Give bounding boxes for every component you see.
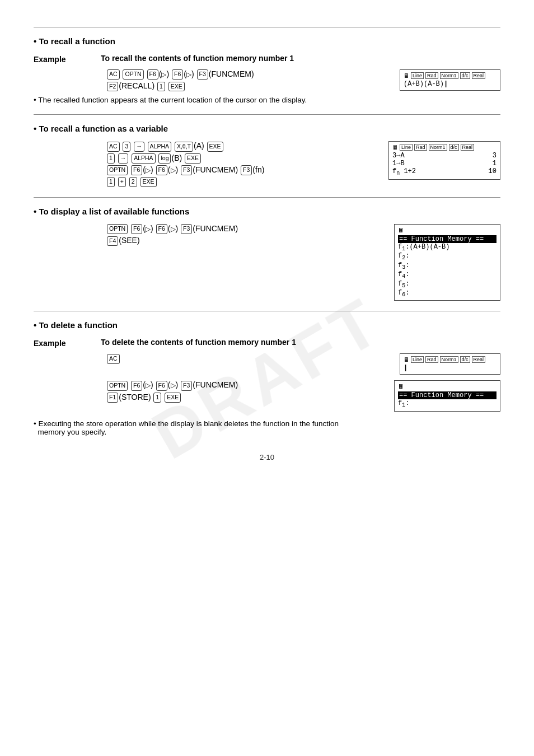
key-f1-store: F1 <box>107 393 118 403</box>
key-f6-d2: F6 <box>156 381 167 391</box>
key-f3-l: F3 <box>181 224 192 234</box>
rule-4 <box>34 311 500 311</box>
keyseq-line-1: AC OPTN F6(▷) F6(▷) F3(FUNCMEM) <box>106 69 386 80</box>
func-mem-line-2: f2: <box>398 252 496 261</box>
section-delete-function: • To delete a function Example To delete… <box>34 320 500 436</box>
keyseq-variable: AC 3 → ALPHA X,θ,T(A) EXE 1 → ALPHA log(… <box>106 141 375 187</box>
key-optn: OPTN <box>123 69 143 80</box>
top-rule <box>34 27 500 27</box>
key-optn-d: OPTN <box>107 381 128 391</box>
screen-icon-d2: 🖩 <box>398 383 404 390</box>
screen-line-v2: 1→B 1 <box>392 160 496 167</box>
screen-line-recall-1: (A+B)(A-B) <box>404 80 496 88</box>
screen-icon-v: 🖩 <box>392 144 398 151</box>
screen-line-v1: 3→A 3 <box>392 152 496 160</box>
rule-3 <box>34 197 500 198</box>
screen-line-v3: fn 1+2 10 <box>392 167 496 176</box>
key-plus: + <box>118 177 126 187</box>
section-display-list-title: • To display a list of available functio… <box>34 207 500 216</box>
key-exe-d: EXE <box>165 393 181 403</box>
func-mem-f1-delete: f1: <box>398 399 496 408</box>
key-f6-l1: F6 <box>131 224 142 234</box>
section-recall-variable: • To recall a function as a variable AC … <box>34 124 500 187</box>
screen-header-variable: 🖩 Line Rad Norm1 d/c Real <box>392 144 496 151</box>
key-1-v2: 1 <box>107 177 115 187</box>
key-exe-1: EXE <box>207 142 223 152</box>
section-delete-title: • To delete a function <box>34 320 500 330</box>
keyseq-delete-2-line-2: F1(STORE) 1 EXE <box>106 393 381 403</box>
keyseq-screen-list: OPTN F6(▷) F6(▷) F3(FUNCMEM) F4(SEE) 🖩 =… <box>106 224 500 301</box>
screen-icon-l: 🖩 <box>398 227 404 234</box>
screen-header-delete: 🖩 Line Rad Norm1 d/c Real <box>404 356 496 363</box>
screen-tag-line-d: Line <box>411 356 424 363</box>
screen-cursor-delete <box>404 364 407 372</box>
func-mem-title-delete: == Function Memory == <box>398 391 496 399</box>
screen-text-recall: (A+B)(A-B) <box>404 80 496 88</box>
example-desc-recall: To recall the contents of function memor… <box>101 54 500 63</box>
keyseq-list-line-1: OPTN F6(▷) F6(▷) F3(FUNCMEM) <box>106 224 381 234</box>
key-f2-recall: F2 <box>107 82 118 92</box>
screen-tag-norm1-v: Norm1 <box>429 144 447 151</box>
func-mem-line-1: f1:(A+B)(A-B) <box>398 243 496 252</box>
key-f6-l2: F6 <box>156 224 167 234</box>
screen-header-recall: 🖩 Line Rad Norm1 d/c Real <box>404 72 496 79</box>
keyseq-delete-2: OPTN F6(▷) F6(▷) F3(FUNCMEM) F1(STORE) 1… <box>106 380 381 402</box>
keyseq-screen-delete-2: OPTN F6(▷) F6(▷) F3(FUNCMEM) F1(STORE) 1… <box>106 380 500 411</box>
keyseq-list: OPTN F6(▷) F6(▷) F3(FUNCMEM) F4(SEE) <box>106 224 381 246</box>
screen-tag-rad-d: Rad <box>425 356 438 363</box>
screen-text-v2: 1→B <box>392 160 489 167</box>
screen-delete-blank: 🖩 Line Rad Norm1 d/c Real <box>400 353 500 375</box>
screen-text-v3: fn 1+2 <box>392 167 485 176</box>
screen-val-v1: 3 <box>493 152 496 160</box>
key-exe-v: EXE <box>140 177 157 187</box>
keyseq-list-line-2: F4(SEE) <box>106 236 381 246</box>
screen-recall: 🖩 Line Rad Norm1 d/c Real (A+B)(A-B) <box>400 69 500 91</box>
key-exe: EXE <box>168 82 185 92</box>
key-2: 2 <box>129 177 137 187</box>
screen-tag-real-d: Real <box>472 356 486 363</box>
func-mem-header: 🖩 <box>398 227 496 234</box>
keyseq-var-line-1: AC 3 → ALPHA X,θ,T(A) EXE <box>106 141 375 151</box>
func-mem-line-4: f4: <box>398 270 496 279</box>
example-row-delete: Example To delete the contents of functi… <box>34 338 500 348</box>
key-arrow-1: → <box>134 142 144 152</box>
func-mem-header-d: 🖩 <box>398 383 496 390</box>
key-ac-d: AC <box>107 354 120 364</box>
section-recall-function-title: • To recall a function <box>34 36 500 46</box>
key-arrow-2: → <box>118 153 129 164</box>
key-1: 1 <box>157 82 165 92</box>
note-recall: • The recalled function appears at the c… <box>34 96 500 104</box>
key-f3-fn: F3 <box>241 165 252 175</box>
key-alpha-1: ALPHA <box>148 142 171 152</box>
page-number: 2-10 <box>34 453 500 461</box>
func-mem-title-see: == Function Memory == <box>398 235 496 243</box>
screen-icon-d: 🖩 <box>404 357 409 363</box>
screen-tag-real: Real <box>472 72 486 79</box>
func-mem-line-6: f6: <box>398 289 496 298</box>
key-f6-v2: F6 <box>156 165 167 175</box>
screen-line-delete-blank <box>404 364 496 372</box>
screen-tag-real-v: Real <box>461 144 475 151</box>
screen-tag-norm1: Norm1 <box>440 72 458 79</box>
key-f3-v: F3 <box>181 165 192 175</box>
screen-delete-funcmem: 🖩 == Function Memory == f1: <box>394 380 500 411</box>
screen-tag-dc-v: d/c <box>449 144 459 151</box>
screen-variable: 🖩 Line Rad Norm1 d/c Real 3→A 3 1→B 1 fn… <box>388 141 500 179</box>
key-f4-see: F4 <box>107 236 118 246</box>
keyseq-var-line-4: 1 + 2 EXE <box>106 177 375 187</box>
key-f3-funcmem: F3 <box>197 69 208 80</box>
func-mem-line-3: f3: <box>398 262 496 270</box>
keyseq-recall: AC OPTN F6(▷) F6(▷) F3(FUNCMEM) F2(RECAL… <box>106 69 386 91</box>
key-log: log <box>158 153 171 164</box>
key-3: 3 <box>123 142 130 152</box>
screen-tag-line: Line <box>411 72 424 79</box>
screen-val-v2: 1 <box>493 160 496 167</box>
note-delete: • Executing the store operation while th… <box>34 419 500 436</box>
keyseq-delete-1: AC <box>106 353 386 363</box>
screen-val-v3: 10 <box>489 167 496 176</box>
key-f6-1: F6 <box>147 69 158 80</box>
keyseq-var-line-3: OPTN F6(▷) F6(▷) F3(FUNCMEM) F3(fn) <box>106 165 375 175</box>
example-label-recall: Example <box>34 54 95 64</box>
func-mem-line-5: f5: <box>398 280 496 289</box>
screen-tag-rad: Rad <box>425 72 438 79</box>
